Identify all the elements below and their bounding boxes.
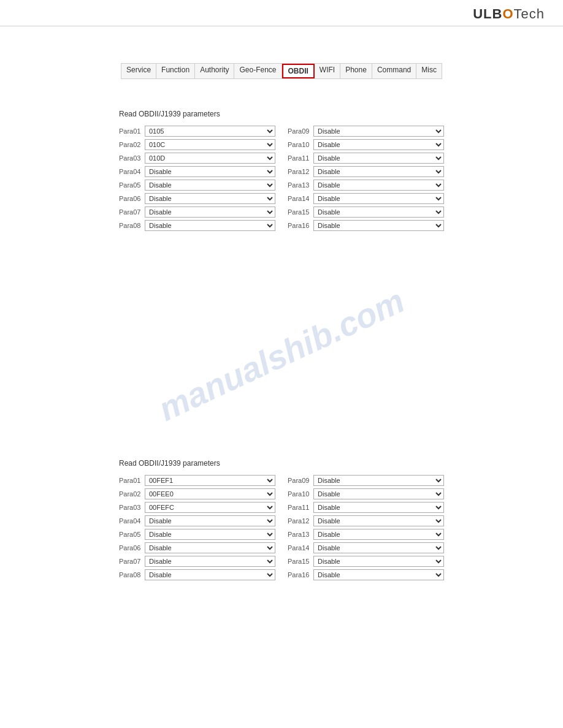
param-label: Para14	[288, 544, 311, 552]
table-row: Para10 Disable	[288, 487, 444, 501]
s2-para03-select[interactable]: 00FEFCDisable	[145, 502, 275, 513]
para16-select[interactable]: Disable	[313, 220, 444, 231]
param-label: Para07	[119, 558, 142, 565]
section1: Read OBDII/J1939 parameters Para01 0105D…	[119, 104, 444, 238]
param-label: Para01	[119, 477, 142, 484]
para11-select[interactable]: Disable	[313, 153, 444, 164]
section1-params-grid: Para01 0105Disable Para02 010CDisable Pa…	[119, 124, 444, 232]
s2-para15-select[interactable]: Disable	[313, 556, 444, 567]
tab-phone[interactable]: Phone	[340, 64, 372, 78]
param-label: Para10	[288, 141, 311, 148]
table-row: Para07 Disable	[119, 205, 275, 219]
table-row: Para16 Disable	[288, 219, 444, 232]
table-row: Para08 Disable	[119, 568, 275, 582]
table-row: Para02 00FEE0Disable	[119, 487, 275, 501]
para06-select[interactable]: Disable	[145, 193, 275, 204]
para01-select[interactable]: 0105Disable	[145, 126, 275, 137]
param-label: Para15	[288, 208, 311, 216]
param-label: Para12	[288, 168, 311, 175]
s2-para01-select[interactable]: 00FEF1Disable	[145, 475, 275, 486]
para03-select[interactable]: 010DDisable	[145, 153, 275, 164]
s2-para08-select[interactable]: Disable	[145, 569, 275, 580]
table-row: Para07 Disable	[119, 555, 275, 568]
header: ULBOTech	[0, 0, 563, 26]
table-row: Para12 Disable	[288, 514, 444, 528]
s2-para09-select[interactable]: Disable	[313, 475, 444, 486]
param-label: Para02	[119, 490, 142, 498]
param-label: Para08	[119, 222, 142, 229]
param-label: Para13	[288, 181, 311, 189]
content-wrapper: Service Function Authority Geo-Fence OBD…	[0, 45, 563, 588]
table-row: Para03 00FEFCDisable	[119, 501, 275, 514]
param-label: Para13	[288, 531, 311, 538]
section1-right-col: Para09 Disable Para10 Disable Para11 Dis…	[288, 124, 444, 232]
s2-para10-select[interactable]: Disable	[313, 488, 444, 499]
watermark-area: manualshib.com	[0, 263, 563, 447]
section1-title: Read OBDII/J1939 parameters	[119, 110, 444, 118]
table-row: Para01 0105Disable	[119, 124, 275, 138]
param-label: Para05	[119, 181, 142, 189]
s2-para13-select[interactable]: Disable	[313, 529, 444, 540]
table-row: Para10 Disable	[288, 138, 444, 151]
para08-select[interactable]: Disable	[145, 220, 275, 231]
table-row: Para15 Disable	[288, 555, 444, 568]
param-label: Para08	[119, 571, 142, 578]
table-row: Para02 010CDisable	[119, 138, 275, 151]
s2-para02-select[interactable]: 00FEE0Disable	[145, 488, 275, 499]
section2-right-col: Para09 Disable Para10 Disable Para11 Dis…	[288, 474, 444, 582]
s2-para07-select[interactable]: Disable	[145, 556, 275, 567]
para15-select[interactable]: Disable	[313, 207, 444, 218]
tab-service[interactable]: Service	[121, 64, 156, 78]
para14-select[interactable]: Disable	[313, 193, 444, 204]
param-label: Para11	[288, 504, 311, 511]
s2-para12-select[interactable]: Disable	[313, 515, 444, 526]
para02-select[interactable]: 010CDisable	[145, 139, 275, 150]
table-row: Para15 Disable	[288, 205, 444, 219]
table-row: Para01 00FEF1Disable	[119, 474, 275, 487]
logo-tech: Tech	[514, 6, 545, 21]
table-row: Para09 Disable	[288, 474, 444, 487]
para12-select[interactable]: Disable	[313, 166, 444, 177]
param-label: Para16	[288, 571, 311, 578]
param-label: Para04	[119, 517, 142, 525]
table-row: Para08 Disable	[119, 219, 275, 232]
param-label: Para10	[288, 490, 311, 498]
table-row: Para04 Disable	[119, 165, 275, 178]
param-label: Para14	[288, 195, 311, 202]
table-row: Para05 Disable	[119, 528, 275, 541]
para09-select[interactable]: Disable	[313, 126, 444, 137]
section2: Read OBDII/J1939 parameters Para01 00FEF…	[119, 453, 444, 588]
tab-geo-fence[interactable]: Geo-Fence	[234, 64, 282, 78]
tab-authority[interactable]: Authority	[195, 64, 234, 78]
para05-select[interactable]: Disable	[145, 180, 275, 191]
table-row: Para05 Disable	[119, 178, 275, 192]
s2-para04-select[interactable]: Disable	[145, 515, 275, 526]
table-row: Para13 Disable	[288, 178, 444, 192]
tab-function[interactable]: Function	[156, 64, 195, 78]
logo: ULBOTech	[473, 6, 545, 22]
param-label: Para03	[119, 504, 142, 511]
tab-obdii[interactable]: OBDII	[282, 64, 315, 78]
table-row: Para04 Disable	[119, 514, 275, 528]
table-row: Para14 Disable	[288, 192, 444, 205]
para10-select[interactable]: Disable	[313, 139, 444, 150]
s2-para16-select[interactable]: Disable	[313, 569, 444, 580]
para13-select[interactable]: Disable	[313, 180, 444, 191]
para07-select[interactable]: Disable	[145, 207, 275, 218]
table-row: Para13 Disable	[288, 528, 444, 541]
tab-wifi[interactable]: WIFI	[315, 64, 340, 78]
tab-command[interactable]: Command	[372, 64, 416, 78]
s2-para11-select[interactable]: Disable	[313, 502, 444, 513]
param-label: Para11	[288, 154, 311, 162]
s2-para05-select[interactable]: Disable	[145, 529, 275, 540]
param-label: Para09	[288, 127, 311, 135]
param-label: Para04	[119, 168, 142, 175]
tab-misc[interactable]: Misc	[416, 64, 442, 78]
section2-params-grid: Para01 00FEF1Disable Para02 00FEE0Disabl…	[119, 474, 444, 582]
s2-para14-select[interactable]: Disable	[313, 542, 444, 553]
para04-select[interactable]: Disable	[145, 166, 275, 177]
section2-left-col: Para01 00FEF1Disable Para02 00FEE0Disabl…	[119, 474, 275, 582]
table-row: Para06 Disable	[119, 541, 275, 555]
param-label: Para16	[288, 222, 311, 229]
s2-para06-select[interactable]: Disable	[145, 542, 275, 553]
